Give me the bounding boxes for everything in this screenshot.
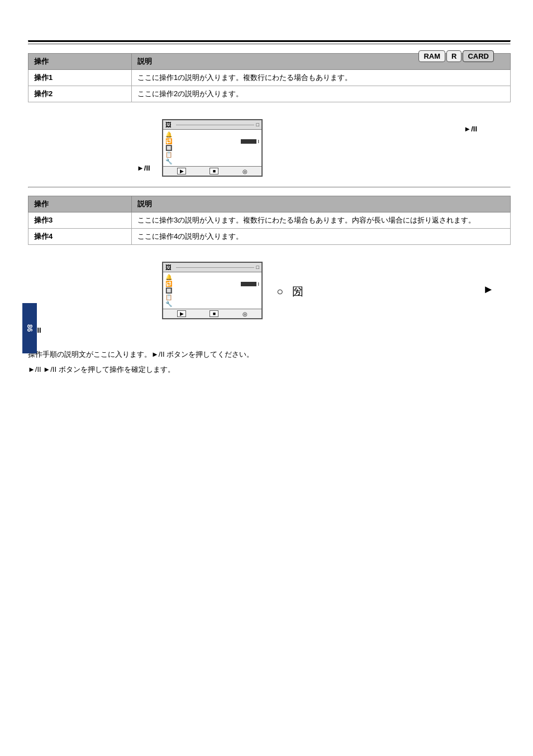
screen-body-1: 🔔 🔁 I 🔲 📋 🔧 [163,130,261,166]
ram-badge: RAM [418,50,445,62]
screen-row: 🔔 [165,274,259,280]
table-row: 操作4 ここに操作4の説明が入ります。 [28,229,511,245]
screen-bottom-2: ▶ ■ ◎ [163,309,261,318]
step2: ►/II ►/II ボタンを押して操作を確定します。 [28,364,511,376]
screen-btn-circle: ◎ [242,168,248,174]
table1-row2-col1: 操作2 [28,86,132,102]
screen-indicator: I [258,139,259,144]
screen-title-row-2: 🖼 □ [163,263,261,272]
play-pause-right-1: ►/II [464,125,477,133]
screen-btn-circle2: ◎ [242,311,248,317]
table-row: 操作1 ここに操作1の説明が入ります。複数行にわたる場合もあります。 [28,70,511,86]
screen-bar [241,282,256,286]
screen-row: 🔲 [165,287,259,294]
table2-header-col1: 操作 [28,196,132,212]
section2: 操作 説明 操作3 ここに操作3の説明が入ります。複数行にわたる場合もあります。… [28,196,511,245]
screen-row-icon: 🔲 [165,287,174,294]
screen-indicator: I [258,281,259,287]
screen-row-icon: 🔧 [165,158,174,164]
screen-row: 🔁 I [165,281,259,287]
screen-diagram-1: 🖼 □ 🔔 🔁 I 🔲 [162,119,263,177]
screen-row: 🔁 I [165,138,259,144]
screen-row: 📋 [165,294,259,300]
screen-row-icon: 🔁 [165,281,174,287]
screen-row-icon: 🔲 [165,145,174,151]
screen-row-icon: 📋 [165,294,174,300]
screen-row-icon: 🔔 [165,131,174,138]
screen-row-icon: 🔁 [165,138,174,144]
screen-title-row-1: 🖼 □ [163,120,261,130]
page-number-block: 86 [22,303,37,353]
table1-row2-col2: ここに操作2の説明が入ります。 [132,86,511,102]
r-badge: R [446,50,461,62]
table-2: 操作 説明 操作3 ここに操作3の説明が入ります。複数行にわたる場合もあります。… [28,196,511,245]
table-row: 操作2 ここに操作2の説明が入ります。 [28,86,511,102]
screen-bar [241,139,256,144]
top-rule-thin [28,44,511,45]
page-number: 86 [26,324,34,332]
screen-row: 🔧 [165,158,259,164]
table2-row1-col1: 操作3 [28,212,132,229]
screen-btn-stop: ■ [210,168,218,174]
screen-body-2: 🔔 🔁 I 🔲 📋 🔧 [163,272,261,309]
screen-btn-play: ▶ [177,168,186,174]
badge-group: RAM R CARD [418,50,494,62]
screen-btn-play2: ▶ [177,310,186,317]
card-badge: CARD [463,50,494,62]
icon-group: ○ 圀 [277,284,303,299]
screen-row: 🔲 [165,145,259,151]
table2-row2-col1: 操作4 [28,229,132,245]
screen-row-icon: 🔧 [165,301,174,307]
step1: 操作手順の説明文がここに入ります。►/II ボタンを押してください。 [28,349,511,361]
screen-diagram-2: 🖼 □ 🔔 🔁 I 🔲 [162,262,263,319]
screen-row-icon: 🔔 [165,274,174,280]
screen-row: 🔔 [165,131,259,138]
table2-header-col2: 説明 [132,196,511,212]
screen-row: 🔧 [165,301,259,307]
table1-row1-col2: ここに操作1の説明が入ります。複数行にわたる場合もあります。 [132,70,511,86]
screen-title-icon-2: 🖼 [165,264,172,271]
top-rule-thick [28,40,511,42]
circle-icon: ○ [277,285,283,298]
play-pause-left-1: ►/II [137,164,150,172]
table1-header-col1: 操作 [28,54,132,70]
screen-btn-stop2: ■ [210,310,218,317]
table-row: 操作3 ここに操作3の説明が入ります。複数行にわたる場合もあります。内容が長い場… [28,212,511,229]
table2-row1-col2: ここに操作3の説明が入ります。複数行にわたる場合もあります。内容が長い場合には折… [132,212,511,229]
table2-row2-col2: ここに操作4の説明が入ります。 [132,229,511,245]
section-divider-1 [28,187,511,188]
screen-bottom-1: ▶ ■ ◎ [163,166,261,176]
screen-row: 📋 [165,152,259,158]
right-arrow-icon: ► [483,283,494,296]
screen-title-icon-1: 🖼 [165,121,172,128]
screen-row-icon: 📋 [165,152,174,158]
img-icon: 圀 [292,284,303,299]
play-pause-inline: ►/II [28,365,41,374]
table1-row1-col1: 操作1 [28,70,132,86]
